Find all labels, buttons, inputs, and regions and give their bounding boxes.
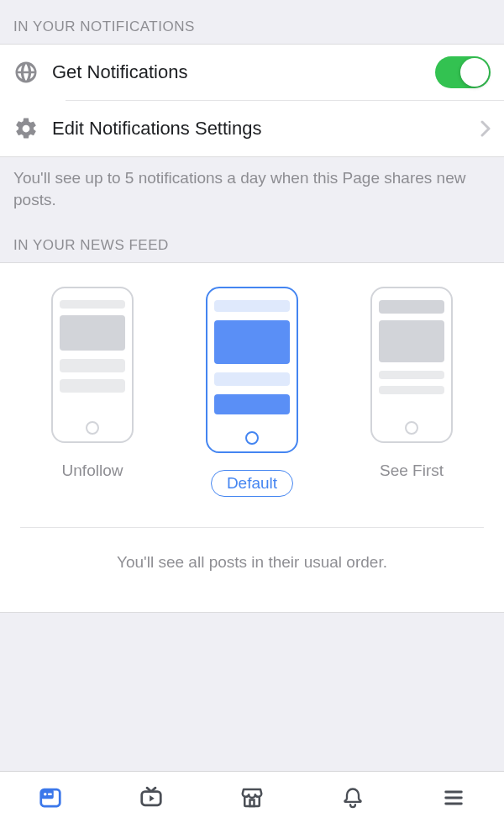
tab-bar: [0, 771, 504, 823]
notifications-helper-text: You'll see up to 5 notifications a day w…: [0, 157, 504, 229]
edit-notifications-row[interactable]: Edit Notifications Settings: [0, 101, 504, 156]
tab-menu[interactable]: [403, 786, 504, 810]
notifications-group: Get Notifications Edit Notifications Set…: [0, 44, 504, 157]
feed-option-seefirst[interactable]: See First: [361, 287, 462, 480]
get-notifications-label: Get Notifications: [52, 61, 435, 83]
feed-options: Unfollow Default See First: [0, 263, 504, 502]
tab-watch[interactable]: [101, 785, 202, 810]
globe-icon: [13, 60, 52, 85]
hamburger-icon: [442, 786, 465, 810]
phone-preview-seefirst: [370, 287, 453, 443]
newsfeed-panel: Unfollow Default See First You'll: [0, 262, 504, 613]
edit-notifications-label: Edit Notifications Settings: [52, 118, 474, 140]
tab-feed[interactable]: [0, 785, 101, 810]
get-notifications-toggle[interactable]: [435, 56, 491, 88]
feed-option-label-default: Default: [211, 470, 293, 497]
svg-rect-6: [250, 799, 255, 806]
toggle-knob: [460, 58, 489, 87]
marketplace-icon: [239, 785, 265, 810]
feed-option-default[interactable]: Default: [202, 287, 302, 497]
tab-notifications[interactable]: [302, 785, 403, 810]
section-header-newsfeed: IN YOUR NEWS FEED: [0, 229, 504, 262]
section-header-notifications: IN YOUR NOTIFICATIONS: [0, 0, 504, 44]
svg-point-2: [44, 792, 47, 795]
feed-icon: [38, 785, 63, 810]
gear-icon: [13, 116, 52, 141]
bell-icon: [341, 785, 365, 810]
tab-marketplace[interactable]: [202, 785, 302, 810]
watch-icon: [139, 785, 164, 810]
svg-marker-5: [150, 794, 155, 801]
feed-helper-text: You'll see all posts in their usual orde…: [0, 528, 504, 612]
feed-option-label-unfollow: Unfollow: [62, 462, 123, 480]
chevron-right-icon: [480, 120, 491, 137]
feed-option-label-seefirst: See First: [380, 462, 444, 480]
phone-preview-unfollow: [51, 287, 134, 443]
get-notifications-row: Get Notifications: [0, 45, 504, 100]
feed-option-unfollow[interactable]: Unfollow: [42, 287, 143, 480]
svg-rect-3: [48, 793, 52, 795]
phone-preview-default: [206, 287, 298, 453]
